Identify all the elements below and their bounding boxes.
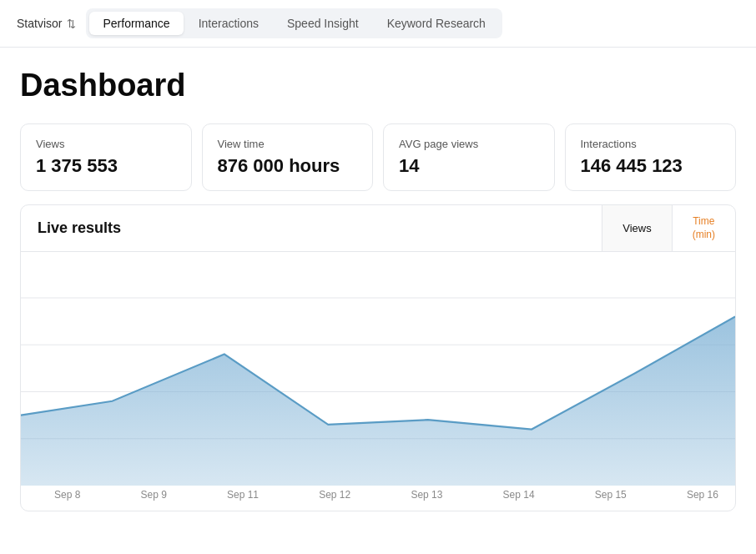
x-label-sep12: Sep 12 [319, 489, 350, 501]
brand-name: Statvisor [17, 17, 62, 30]
tab-speed-insight[interactable]: Speed Insight [274, 12, 372, 35]
page-title: Dashboard [20, 68, 736, 103]
live-tab-views[interactable]: Views [602, 205, 671, 251]
chart-svg [21, 260, 735, 486]
brand-selector[interactable]: Statvisor ⇅ [17, 17, 76, 30]
nav-tabs: Performance Interactions Speed Insight K… [86, 8, 501, 38]
x-label-sep16: Sep 16 [687, 489, 718, 501]
live-results-card: Live results Views Time(min) [20, 204, 736, 511]
chart-area [21, 252, 735, 486]
stat-value-views: 1 375 553 [36, 155, 176, 177]
x-label-sep13: Sep 13 [411, 489, 442, 501]
x-label-sep11: Sep 11 [227, 489, 259, 501]
x-label-sep8: Sep 8 [54, 489, 80, 501]
x-axis-labels: Sep 8 Sep 9 Sep 11 Sep 12 Sep 13 Sep 14 … [21, 486, 735, 511]
tab-performance[interactable]: Performance [89, 12, 183, 35]
stat-card-avg-page-views: AVG page views 14 [383, 123, 555, 191]
tab-interactions[interactable]: Interactions [185, 12, 272, 35]
stat-label-view-time: View time [218, 138, 358, 150]
live-results-header: Live results Views Time(min) [21, 205, 735, 252]
live-results-title: Live results [21, 206, 602, 250]
x-label-sep15: Sep 15 [595, 489, 627, 501]
stat-value-view-time: 876 000 hours [218, 155, 358, 177]
main-content: Dashboard Views 1 375 553 View time 876 … [0, 48, 756, 511]
stat-label-avg-page-views: AVG page views [399, 138, 539, 150]
stat-value-avg-page-views: 14 [399, 155, 539, 177]
header: Statvisor ⇅ Performance Interactions Spe… [0, 0, 756, 48]
stat-card-view-time: View time 876 000 hours [202, 123, 374, 191]
stat-label-interactions: Interactions [581, 138, 721, 150]
stat-value-interactions: 146 445 123 [581, 155, 721, 177]
stat-card-views: Views 1 375 553 [20, 123, 192, 191]
chevron-icon: ⇅ [67, 18, 76, 30]
live-results-tabs: Views Time(min) [602, 205, 735, 251]
x-label-sep14: Sep 14 [503, 489, 535, 501]
tab-keyword-research[interactable]: Keyword Research [374, 12, 499, 35]
stat-cards: Views 1 375 553 View time 876 000 hours … [20, 123, 736, 191]
stat-label-views: Views [36, 138, 176, 150]
stat-card-interactions: Interactions 146 445 123 [565, 123, 737, 191]
x-label-sep9: Sep 9 [141, 489, 167, 501]
live-tab-time[interactable]: Time(min) [672, 205, 735, 251]
